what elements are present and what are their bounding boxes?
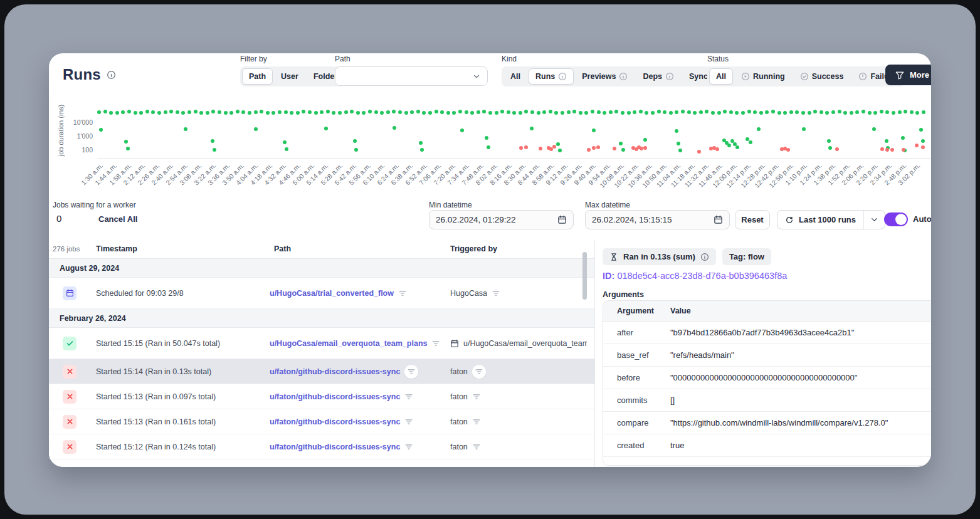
- chart-point[interactable]: [157, 111, 161, 115]
- chart-point[interactable]: [915, 111, 919, 115]
- chart-point[interactable]: [326, 110, 330, 113]
- chart-point[interactable]: [487, 145, 490, 149]
- chart-point[interactable]: [868, 111, 872, 115]
- chart-point[interactable]: [127, 110, 131, 113]
- filter-by-user-icon[interactable]: [492, 289, 500, 298]
- chart-point[interactable]: [344, 110, 348, 114]
- chart-point[interactable]: [921, 139, 925, 143]
- chart-point[interactable]: [392, 110, 396, 113]
- cancel-all-button[interactable]: Cancel All: [98, 214, 137, 224]
- chart-point[interactable]: [320, 110, 324, 114]
- chart-point[interactable]: [699, 110, 703, 114]
- chart-point[interactable]: [759, 111, 763, 115]
- chart-point[interactable]: [512, 111, 516, 115]
- kind-option-previews[interactable]: Previews: [575, 68, 635, 85]
- chart-point[interactable]: [519, 146, 523, 150]
- chart-point[interactable]: [482, 110, 486, 113]
- chart-point[interactable]: [368, 110, 372, 113]
- chart-point[interactable]: [808, 111, 811, 115]
- chart-point[interactable]: [579, 111, 582, 115]
- chart-point[interactable]: [677, 142, 680, 145]
- filter-by-user-icon[interactable]: [472, 365, 486, 379]
- job-path-link[interactable]: u/HugoCasa/email_overquota_team_plans: [270, 339, 427, 348]
- chart-point[interactable]: [539, 147, 542, 150]
- chart-point[interactable]: [164, 110, 167, 114]
- chart-point[interactable]: [567, 110, 571, 114]
- chart-point[interactable]: [194, 110, 198, 113]
- chart-point[interactable]: [603, 111, 606, 115]
- chart-point[interactable]: [735, 145, 739, 149]
- chart-point[interactable]: [915, 144, 919, 147]
- chart-point[interactable]: [922, 110, 925, 114]
- chart-point[interactable]: [278, 110, 282, 114]
- chart-point[interactable]: [801, 111, 805, 115]
- chart-point[interactable]: [789, 110, 793, 114]
- chart-point[interactable]: [542, 110, 546, 114]
- chart-point[interactable]: [97, 110, 101, 114]
- chart-point[interactable]: [549, 147, 553, 151]
- chart-point[interactable]: [115, 111, 119, 115]
- chart-point[interactable]: [211, 110, 215, 113]
- chart-point[interactable]: [308, 110, 312, 114]
- chart-point[interactable]: [687, 110, 691, 114]
- chart-point[interactable]: [470, 111, 474, 115]
- chart-point[interactable]: [898, 110, 902, 114]
- chart-point[interactable]: [554, 111, 558, 115]
- chart-point[interactable]: [435, 110, 438, 113]
- filter-by-path-icon[interactable]: [404, 392, 413, 401]
- job-row[interactable]: Started 15:12 (Ran in 0.124s total)u/fat…: [49, 434, 594, 459]
- chart-point[interactable]: [254, 127, 258, 131]
- chart-point[interactable]: [558, 149, 562, 152]
- filter-by-path-icon[interactable]: [404, 365, 418, 379]
- chart-point[interactable]: [524, 110, 528, 113]
- chart-point[interactable]: [109, 111, 113, 115]
- chart-point[interactable]: [727, 144, 731, 147]
- chart-point[interactable]: [741, 111, 745, 115]
- chart-point[interactable]: [99, 128, 103, 132]
- chart-point[interactable]: [645, 111, 648, 115]
- chart-point[interactable]: [765, 110, 769, 114]
- more-filters-button[interactable]: More filters: [885, 65, 931, 85]
- chart-point[interactable]: [353, 139, 357, 143]
- chart-point[interactable]: [549, 110, 552, 113]
- chart-point[interactable]: [746, 137, 749, 141]
- chart-point[interactable]: [248, 111, 251, 115]
- chart-point[interactable]: [211, 139, 214, 143]
- chart-point[interactable]: [885, 110, 889, 114]
- chart-point[interactable]: [614, 110, 618, 113]
- job-duration-chart[interactable]: job duration (ms) 10'000 1'000 100 1:30 …: [49, 94, 931, 199]
- chart-point[interactable]: [134, 111, 137, 115]
- chart-point[interactable]: [507, 110, 510, 114]
- chart-point[interactable]: [302, 110, 305, 113]
- path-select[interactable]: [335, 66, 488, 86]
- chart-point[interactable]: [783, 111, 787, 115]
- chart-point[interactable]: [420, 148, 424, 152]
- chart-point[interactable]: [271, 111, 275, 115]
- chart-point[interactable]: [199, 111, 203, 115]
- chart-point[interactable]: [524, 145, 528, 149]
- chart-point[interactable]: [218, 110, 221, 114]
- chart-point[interactable]: [213, 148, 216, 152]
- chart-point[interactable]: [919, 128, 923, 132]
- chart-point[interactable]: [285, 147, 288, 151]
- chart-point[interactable]: [621, 148, 625, 152]
- chart-point[interactable]: [176, 110, 179, 114]
- chart-point[interactable]: [519, 111, 522, 115]
- chart-point[interactable]: [139, 111, 143, 115]
- kind-option-deps[interactable]: Deps: [636, 68, 681, 85]
- chart-point[interactable]: [885, 139, 888, 143]
- chart-point[interactable]: [885, 148, 889, 152]
- chart-point[interactable]: [819, 110, 823, 114]
- chart-point[interactable]: [831, 110, 835, 114]
- chart-point[interactable]: [283, 140, 287, 144]
- filter-by-path-icon[interactable]: [398, 289, 407, 298]
- chart-point[interactable]: [639, 110, 643, 113]
- chart-point[interactable]: [802, 127, 806, 131]
- job-row[interactable]: Scheduled for 09:03 29/8u/HugoCasa/trial…: [49, 278, 594, 309]
- status-option-running[interactable]: Running: [734, 68, 792, 85]
- chart-point[interactable]: [697, 150, 701, 154]
- job-row[interactable]: Started 15:13 (Ran in 0.097s total)u/fat…: [49, 384, 594, 409]
- chart-point[interactable]: [735, 111, 739, 115]
- chart-point[interactable]: [181, 111, 185, 115]
- chart-point[interactable]: [290, 111, 293, 115]
